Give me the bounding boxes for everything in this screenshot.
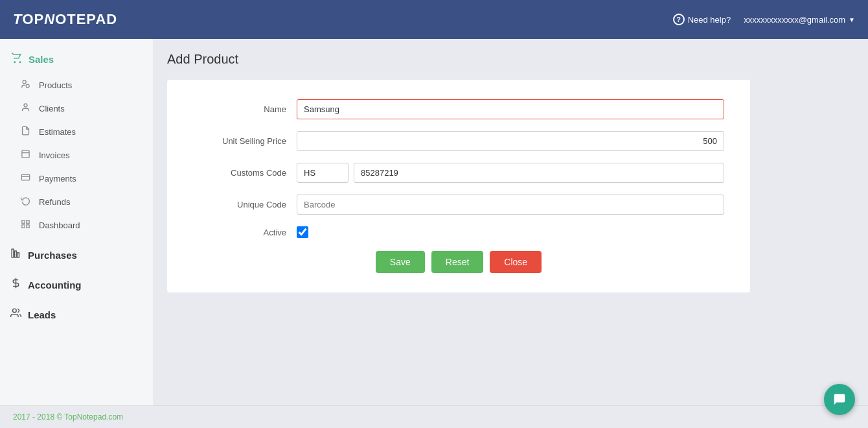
footer: 2017 - 2018 © TopNotepad.com <box>0 405 868 428</box>
svg-rect-5 <box>21 150 29 158</box>
sidebar-item-products[interactable]: Products <box>0 73 154 97</box>
svg-point-2 <box>23 80 26 84</box>
payments-icon <box>19 172 31 184</box>
help-icon: ? <box>673 14 685 25</box>
sidebar-item-payments-label: Payments <box>39 174 76 184</box>
svg-rect-9 <box>26 220 29 223</box>
header-right: ? Need help? xxxxxxxxxxxxx@gmail.com ▼ <box>673 14 855 25</box>
sidebar-purchases[interactable]: Purchases <box>0 240 154 270</box>
accounting-icon <box>10 278 21 292</box>
svg-rect-6 <box>21 174 30 180</box>
need-help-label: Need help? <box>688 15 731 25</box>
invoices-icon <box>19 149 31 161</box>
leads-icon <box>10 307 21 322</box>
sidebar: Sales Products Clients Estimates <box>0 39 154 405</box>
svg-rect-11 <box>26 225 29 228</box>
sidebar-accounting[interactable]: Accounting <box>0 270 154 300</box>
estimates-icon <box>19 126 31 137</box>
user-email-dropdown[interactable]: xxxxxxxxxxxxx@gmail.com ▼ <box>744 15 855 25</box>
sidebar-item-estimates[interactable]: Estimates <box>0 120 154 143</box>
sidebar-item-dashboard[interactable]: Dashboard <box>0 213 154 237</box>
add-product-form: Name Unit Selling Price Customs Code Uni… <box>167 80 750 292</box>
chevron-down-icon: ▼ <box>849 16 855 23</box>
app-logo: TOPNOTEPAD <box>13 11 117 28</box>
svg-rect-8 <box>21 220 24 223</box>
need-help-link[interactable]: ? Need help? <box>673 14 731 25</box>
svg-point-3 <box>26 84 29 88</box>
active-label: Active <box>193 228 297 237</box>
sidebar-item-estimates-label: Estimates <box>39 127 76 137</box>
sidebar-leads[interactable]: Leads <box>0 300 154 329</box>
leads-label: Leads <box>28 309 56 320</box>
header: TOPNOTEPAD ? Need help? xxxxxxxxxxxxx@gm… <box>0 0 868 39</box>
svg-point-16 <box>13 309 17 313</box>
clients-icon <box>19 102 31 114</box>
reset-button[interactable]: Reset <box>431 251 484 273</box>
name-input[interactable] <box>297 99 724 119</box>
form-actions: Save Reset Close <box>193 251 724 273</box>
sidebar-item-clients-label: Clients <box>39 104 65 113</box>
sidebar-section-sales-header[interactable]: Sales <box>0 45 154 73</box>
customs-code-row: Customs Code <box>193 163 724 183</box>
sidebar-item-refunds[interactable]: Refunds <box>0 190 154 213</box>
name-label: Name <box>193 104 297 114</box>
unit-selling-price-input[interactable] <box>297 131 724 151</box>
customs-code-input[interactable] <box>354 163 724 183</box>
dashboard-icon <box>19 219 31 231</box>
svg-point-1 <box>19 62 21 63</box>
sidebar-item-invoices-label: Invoices <box>39 150 70 160</box>
sales-icon <box>10 52 22 67</box>
sales-label: Sales <box>29 54 54 65</box>
sidebar-item-products-label: Products <box>39 80 72 90</box>
unique-code-row: Unique Code <box>193 195 724 215</box>
layout: Sales Products Clients Estimates <box>0 39 868 405</box>
purchases-icon <box>10 248 21 262</box>
customs-code-group <box>297 163 724 183</box>
user-email-label: xxxxxxxxxxxxx@gmail.com <box>744 15 845 25</box>
save-button[interactable]: Save <box>376 251 425 273</box>
sidebar-item-refunds-label: Refunds <box>39 197 70 207</box>
sidebar-item-clients[interactable]: Clients <box>0 97 154 120</box>
footer-text: 2017 - 2018 © TopNotepad.com <box>13 412 123 422</box>
sidebar-item-dashboard-label: Dashboard <box>39 220 80 230</box>
active-row: Active <box>193 226 724 238</box>
main-content: Add Product Name Unit Selling Price Cust… <box>154 39 868 405</box>
svg-rect-14 <box>17 253 19 257</box>
sidebar-item-invoices[interactable]: Invoices <box>0 143 154 167</box>
unique-code-input[interactable] <box>297 195 724 215</box>
accounting-label: Accounting <box>28 279 82 291</box>
svg-rect-13 <box>14 251 16 257</box>
active-checkbox-container <box>297 226 308 238</box>
refunds-icon <box>19 196 31 208</box>
unique-code-label: Unique Code <box>193 200 297 209</box>
page-title: Add Product <box>167 52 855 67</box>
svg-point-4 <box>24 104 27 107</box>
name-row: Name <box>193 99 724 119</box>
unit-selling-price-label: Unit Selling Price <box>193 136 297 146</box>
customs-prefix-input[interactable] <box>297 163 348 183</box>
svg-point-0 <box>14 62 16 63</box>
purchases-label: Purchases <box>28 250 77 261</box>
sidebar-section-sales: Sales Products Clients Estimates <box>0 45 154 237</box>
close-button[interactable]: Close <box>490 251 542 273</box>
chat-bubble[interactable] <box>824 384 855 415</box>
unit-selling-price-row: Unit Selling Price <box>193 131 724 151</box>
sidebar-item-payments[interactable]: Payments <box>0 167 154 190</box>
customs-code-label: Customs Code <box>193 168 297 178</box>
svg-rect-10 <box>21 225 24 228</box>
svg-rect-12 <box>12 249 14 257</box>
active-checkbox[interactable] <box>297 226 308 238</box>
products-icon <box>19 79 31 91</box>
